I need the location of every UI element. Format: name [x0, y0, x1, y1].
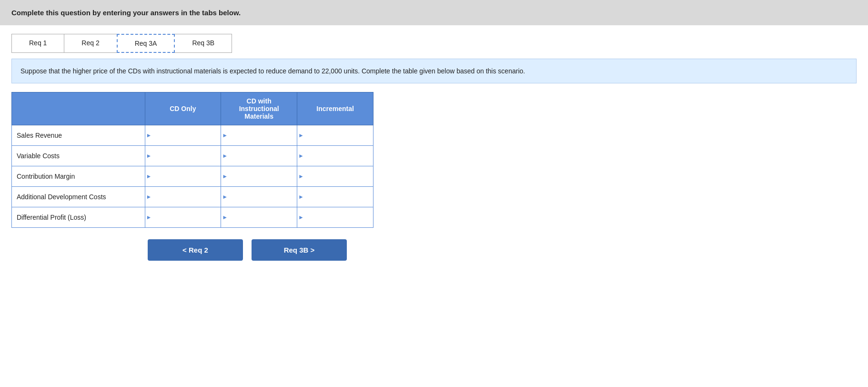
col-header-cd-with-materials: CD with InstructionalMaterials	[221, 92, 297, 125]
row-label-contribution-margin: Contribution Margin	[12, 166, 145, 187]
prev-button[interactable]: < Req 2	[148, 239, 243, 261]
cell-sales-revenue-cd-only[interactable]: ►	[145, 125, 221, 146]
cell-sales-revenue-incremental[interactable]: ►	[297, 125, 373, 146]
col-header-incremental: Incremental	[297, 92, 373, 125]
col-header-category	[12, 92, 145, 125]
input-additional-dev-costs-incremental[interactable]	[297, 187, 373, 207]
cell-contribution-margin-cd-with[interactable]: ►	[221, 166, 297, 187]
tab-req1[interactable]: Req 1	[11, 34, 64, 53]
input-additional-dev-costs-cd-with[interactable]	[221, 187, 297, 207]
tabs-area: Req 1 Req 2 Req 3A Req 3B	[0, 25, 868, 53]
table-row: Differential Profit (Loss) ► ► ►	[12, 207, 373, 228]
cell-additional-dev-costs-incremental[interactable]: ►	[297, 187, 373, 207]
cell-variable-costs-incremental[interactable]: ►	[297, 146, 373, 166]
next-button[interactable]: Req 3B >	[252, 239, 347, 261]
cell-variable-costs-cd-with[interactable]: ►	[221, 146, 297, 166]
cell-differential-profit-cd-with[interactable]: ►	[221, 207, 297, 228]
table-row: Contribution Margin ► ► ►	[12, 166, 373, 187]
input-contribution-margin-cd-only[interactable]	[145, 166, 221, 186]
tab-req3b[interactable]: Req 3B	[174, 34, 232, 53]
tab-req3a[interactable]: Req 3A	[117, 34, 175, 53]
input-additional-dev-costs-cd-only[interactable]	[145, 187, 221, 207]
cell-contribution-margin-incremental[interactable]: ►	[297, 166, 373, 187]
input-variable-costs-cd-with[interactable]	[221, 146, 297, 166]
table-row: Variable Costs ► ► ►	[12, 146, 373, 166]
scenario-description: Suppose that the higher price of the CDs…	[11, 59, 857, 83]
input-contribution-margin-cd-with[interactable]	[221, 166, 297, 186]
input-sales-revenue-cd-with[interactable]	[221, 125, 297, 145]
input-differential-profit-cd-with[interactable]	[221, 207, 297, 227]
instruction-bar: Complete this question by entering your …	[0, 0, 868, 25]
cell-differential-profit-incremental[interactable]: ►	[297, 207, 373, 228]
navigation-buttons: < Req 2 Req 3B >	[148, 239, 857, 261]
cell-additional-dev-costs-cd-only[interactable]: ►	[145, 187, 221, 207]
row-label-differential-profit: Differential Profit (Loss)	[12, 207, 145, 228]
table-row: Additional Development Costs ► ► ►	[12, 187, 373, 207]
instruction-text: Complete this question by entering your …	[11, 9, 241, 17]
tab-req2[interactable]: Req 2	[64, 34, 117, 53]
input-sales-revenue-incremental[interactable]	[297, 125, 373, 145]
input-contribution-margin-incremental[interactable]	[297, 166, 373, 186]
row-label-variable-costs: Variable Costs	[12, 146, 145, 166]
data-table-container: CD Only CD with InstructionalMaterials I…	[11, 92, 857, 228]
input-differential-profit-incremental[interactable]	[297, 207, 373, 227]
cell-additional-dev-costs-cd-with[interactable]: ►	[221, 187, 297, 207]
input-sales-revenue-cd-only[interactable]	[145, 125, 221, 145]
row-label-additional-development-costs: Additional Development Costs	[12, 187, 145, 207]
col-header-cd-only: CD Only	[145, 92, 221, 125]
cell-variable-costs-cd-only[interactable]: ►	[145, 146, 221, 166]
table-row: Sales Revenue ► ► ►	[12, 125, 373, 146]
data-table: CD Only CD with InstructionalMaterials I…	[11, 92, 373, 228]
cell-sales-revenue-cd-with[interactable]: ►	[221, 125, 297, 146]
row-label-sales-revenue: Sales Revenue	[12, 125, 145, 146]
input-differential-profit-cd-only[interactable]	[145, 207, 221, 227]
cell-contribution-margin-cd-only[interactable]: ►	[145, 166, 221, 187]
input-variable-costs-incremental[interactable]	[297, 146, 373, 166]
cell-differential-profit-cd-only[interactable]: ►	[145, 207, 221, 228]
input-variable-costs-cd-only[interactable]	[145, 146, 221, 166]
